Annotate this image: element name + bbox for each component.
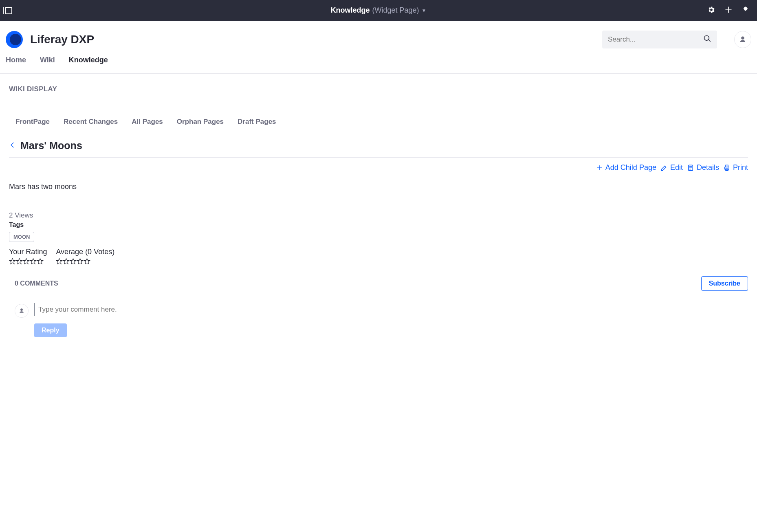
svg-marker-12	[30, 258, 36, 264]
pencil-icon	[660, 164, 668, 171]
compose-avatar	[15, 304, 29, 318]
star-icon[interactable]	[16, 258, 23, 265]
search-input[interactable]	[608, 35, 703, 44]
wiki-tab-frontpage[interactable]: FrontPage	[15, 118, 50, 126]
admin-title-main: Knowledge	[331, 6, 370, 15]
wiki-body-text: Mars has two moons	[9, 182, 748, 191]
print-label: Print	[733, 163, 748, 172]
comments-header: 0 COMMENTS Subscribe	[9, 276, 748, 291]
page-heading-row: Mars' Moons	[9, 140, 748, 158]
add-child-page-button[interactable]: Add Child Page	[596, 163, 656, 172]
svg-rect-7	[726, 165, 728, 167]
view-count: 2 Views	[9, 211, 748, 220]
add-child-page-label: Add Child Page	[605, 163, 656, 172]
star-icon[interactable]	[37, 258, 44, 265]
print-button[interactable]: Print	[723, 163, 748, 172]
caret-down-icon: ▼	[422, 8, 427, 13]
star-icon	[77, 258, 84, 265]
star-icon	[56, 258, 63, 265]
user-icon	[739, 36, 746, 43]
compose-right: Reply	[34, 303, 748, 337]
site-logo-icon[interactable]	[6, 31, 23, 48]
target-icon[interactable]	[742, 6, 750, 15]
compose-input-wrap	[34, 303, 748, 316]
content-area: WIKI DISPLAY FrontPage Recent Changes Al…	[0, 74, 757, 354]
star-icon[interactable]	[23, 258, 30, 265]
user-icon	[19, 308, 24, 314]
svg-marker-10	[16, 258, 22, 264]
wiki-tab-recent-changes[interactable]: Recent Changes	[64, 118, 118, 126]
tags-label: Tags	[9, 221, 748, 229]
details-button[interactable]: Details	[687, 163, 719, 172]
edit-button[interactable]: Edit	[660, 163, 683, 172]
nav-item-knowledge[interactable]: Knowledge	[69, 56, 108, 65]
wiki-tab-draft-pages[interactable]: Draft Pages	[238, 118, 276, 126]
back-chevron-icon[interactable]	[9, 141, 16, 150]
your-rating-stars[interactable]	[9, 258, 47, 265]
user-avatar-button[interactable]	[734, 31, 751, 48]
site-title[interactable]: Liferay DXP	[30, 33, 94, 46]
wiki-tabs: FrontPage Recent Changes All Pages Orpha…	[9, 118, 748, 126]
details-label: Details	[697, 163, 719, 172]
star-icon[interactable]	[30, 258, 37, 265]
svg-marker-14	[57, 258, 62, 264]
subscribe-button[interactable]: Subscribe	[701, 276, 748, 291]
svg-marker-18	[84, 258, 90, 264]
svg-marker-13	[37, 258, 43, 264]
your-rating-label: Your Rating	[9, 248, 47, 256]
comments-count-label: 0 COMMENTS	[9, 280, 58, 287]
wiki-tab-orphan-pages[interactable]: Orphan Pages	[177, 118, 224, 126]
average-rating-block: Average (0 Votes)	[56, 248, 114, 265]
star-icon	[70, 258, 77, 265]
svg-marker-17	[77, 258, 83, 264]
nav-item-home[interactable]: Home	[6, 56, 26, 65]
admin-title-sub: (Widget Page)	[372, 6, 419, 15]
admin-bar-right	[671, 6, 752, 15]
star-icon	[84, 258, 90, 265]
page-actions: Add Child Page Edit Details Print	[9, 163, 748, 172]
portlet-title: WIKI DISPLAY	[9, 85, 748, 93]
search-icon[interactable]	[703, 35, 711, 44]
admin-bar-left	[5, 7, 86, 14]
comment-compose: Reply	[9, 303, 748, 337]
admin-bar: Knowledge (Widget Page) ▼	[0, 0, 757, 21]
average-rating-label: Average (0 Votes)	[56, 248, 114, 256]
ratings-row: Your Rating Average (0 Votes)	[9, 248, 748, 265]
star-icon[interactable]	[9, 258, 16, 265]
plus-icon	[596, 164, 603, 171]
wiki-page-title: Mars' Moons	[20, 140, 82, 152]
edit-label: Edit	[670, 163, 683, 172]
svg-marker-15	[64, 258, 69, 264]
star-icon	[63, 258, 70, 265]
your-rating-block: Your Rating	[9, 248, 47, 265]
svg-marker-11	[23, 258, 29, 264]
svg-marker-16	[70, 258, 76, 264]
top-nav: Home Wiki Knowledge	[0, 56, 757, 74]
gear-icon[interactable]	[707, 6, 715, 15]
admin-bar-title[interactable]: Knowledge (Widget Page) ▼	[86, 6, 671, 15]
search-box[interactable]	[602, 31, 717, 48]
nav-item-wiki[interactable]: Wiki	[40, 56, 55, 65]
document-icon	[687, 164, 694, 171]
reply-button[interactable]: Reply	[34, 323, 67, 337]
tag-chip[interactable]: MOON	[9, 232, 34, 242]
panel-toggle-icon[interactable]	[5, 7, 12, 14]
wiki-tab-all-pages[interactable]: All Pages	[132, 118, 163, 126]
plus-icon[interactable]	[724, 6, 733, 15]
average-rating-stars	[56, 258, 114, 265]
svg-marker-9	[9, 258, 15, 264]
comment-input[interactable]	[38, 303, 748, 316]
print-icon	[723, 164, 731, 171]
site-header: Liferay DXP	[0, 21, 757, 56]
